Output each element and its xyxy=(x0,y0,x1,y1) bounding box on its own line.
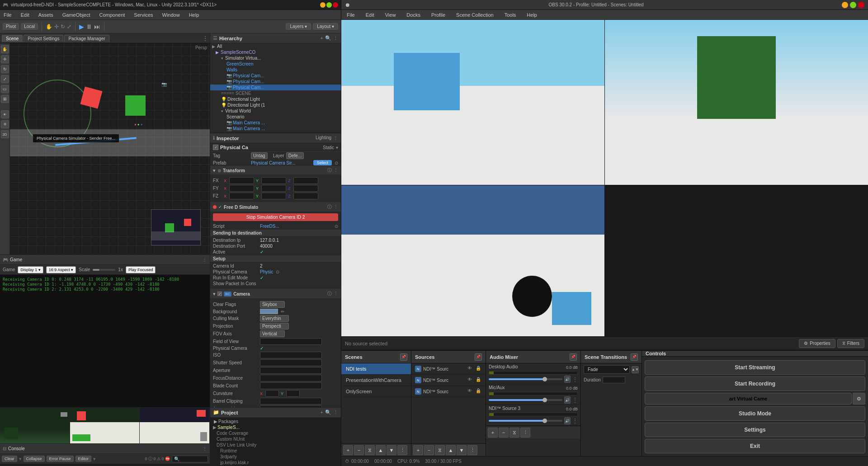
script-target-icon[interactable]: ⊙ xyxy=(335,224,338,229)
hier-scenario[interactable]: Scenario xyxy=(210,114,341,120)
2d-btn[interactable]: 2D xyxy=(1,130,9,138)
rotate-tool-btn[interactable]: ↻ xyxy=(1,65,9,73)
step-button[interactable]: ⏭ xyxy=(94,23,100,30)
console-collapse-btn[interactable]: Collapse xyxy=(24,456,45,462)
camera-comp-header[interactable]: ▾ ✓ BC Camera ⓘ ⋮ xyxy=(210,289,341,298)
obs-menu-docks[interactable]: Docks xyxy=(404,11,423,19)
desktop-kebab-btn[interactable]: ⋮ xyxy=(572,376,578,382)
obs-maximize-btn[interactable] xyxy=(850,2,856,8)
start-streaming-btn[interactable]: Start Streaming xyxy=(645,360,865,375)
iso-input[interactable]: 200 xyxy=(260,352,322,358)
game-panel-menu-icon[interactable]: ⋮ xyxy=(203,257,207,262)
virt-cam-settings-btn[interactable]: ⚙ xyxy=(853,393,865,405)
local-dropdown[interactable]: Local xyxy=(21,23,38,30)
hier-main-cam1[interactable]: 📷 Main Camera ... xyxy=(210,120,341,126)
packages-item[interactable]: ▶ Packages xyxy=(210,419,341,424)
scene-kebab-btn[interactable]: ⋮ xyxy=(397,445,407,455)
fy-y-input[interactable]: 131.42 xyxy=(261,185,286,192)
remove-source-btn[interactable]: − xyxy=(424,445,434,455)
tag-dropdown[interactable]: Untag xyxy=(251,152,268,159)
menu-services[interactable]: Services xyxy=(132,11,155,19)
aspect-dropdown[interactable]: 16:9 Aspect ▾ xyxy=(46,266,76,273)
source-lock-1[interactable]: 🔒 xyxy=(476,377,482,383)
mic-vol-thumb[interactable] xyxy=(542,398,547,402)
game-tab-label[interactable]: Game xyxy=(10,257,22,262)
source-visibility-1[interactable]: 👁 xyxy=(467,377,474,383)
hier-search-icon[interactable]: 🔍 xyxy=(325,35,331,41)
select-btn[interactable]: Select xyxy=(313,160,332,165)
scene-item-1[interactable]: PresentationWithCamera xyxy=(341,375,411,386)
gizmo-btn[interactable]: ⚙ xyxy=(1,120,9,128)
curvature-x-input[interactable]: 2 xyxy=(265,390,279,397)
source-lock-2[interactable]: 🔒 xyxy=(476,388,482,395)
stop-simulation-btn[interactable]: Stop Simulation Camera ID 2 xyxy=(213,213,338,221)
blade-count-input[interactable]: 5 xyxy=(260,382,322,389)
source-item-2[interactable]: N NDI™ Sourc 👁 🔒 xyxy=(411,386,486,397)
audio-filter-btn[interactable]: ⧖ xyxy=(509,428,519,438)
proj-item-jp[interactable]: jp.keijiro.klak.r xyxy=(210,460,341,466)
source-item-0[interactable]: N NDI™ Sourc 👁 🔒 xyxy=(411,363,486,375)
transform-header[interactable]: ▾ ⊕ Transform ⓘ ⋮ xyxy=(210,166,341,174)
ndi-mute-btn[interactable]: 🔊 xyxy=(564,417,571,424)
obs-minimize-btn[interactable] xyxy=(842,2,848,8)
hand-tool-icon[interactable]: ✋ xyxy=(46,24,52,30)
mic-vol-slider[interactable] xyxy=(489,399,562,401)
projection-dropdown[interactable]: Perspecti xyxy=(260,323,289,329)
hier-simulator[interactable]: ▾ Simulator Virtua... xyxy=(210,55,341,61)
physical-cam-checkbox[interactable]: ✓ xyxy=(260,346,264,351)
proj-item-dsv[interactable]: DSV Live Link Unity xyxy=(210,442,341,448)
fov-axis-dropdown[interactable]: Vertical xyxy=(260,330,285,337)
mic-mute-btn[interactable]: 🔊 xyxy=(564,396,571,404)
proj-item-nunit[interactable]: Custom NUnit xyxy=(210,436,341,442)
run-edit-checkbox[interactable]: ✓ xyxy=(260,275,264,280)
scale-tool-btn[interactable]: ⤢ xyxy=(1,75,9,83)
freed-header[interactable]: ✓ Free D Simulato ⓘ ⋮ xyxy=(210,202,341,212)
obs-close-btn[interactable] xyxy=(858,2,864,8)
move-scene-down-btn[interactable]: ▼ xyxy=(387,445,396,455)
rotate-tool-icon[interactable]: ↻ xyxy=(61,24,65,30)
hier-all[interactable]: ▶ All xyxy=(210,43,341,49)
source-lock-0[interactable]: 🔒 xyxy=(476,366,482,372)
color-picker-icon[interactable]: ✏ xyxy=(281,309,284,314)
transform-menu-icon[interactable]: ⋮ xyxy=(334,167,338,174)
hand-tool-btn[interactable]: ✋ xyxy=(1,45,9,53)
proj-item-3rdparty[interactable]: 3rdparty xyxy=(210,454,341,460)
override-icon[interactable]: ⊙ xyxy=(335,160,338,165)
console-clear-btn[interactable]: Clear xyxy=(2,456,17,462)
play-button[interactable]: ▶ xyxy=(79,23,84,30)
scene-filter-btn[interactable]: ⧖ xyxy=(365,445,375,455)
aperture-input[interactable]: 16 xyxy=(260,367,322,374)
clear-flags-dropdown[interactable]: Skybox xyxy=(260,301,285,308)
pause-button[interactable]: ⏸ xyxy=(86,23,92,30)
remove-scene-btn[interactable]: − xyxy=(354,445,364,455)
mic-kebab-btn[interactable]: ⋮ xyxy=(572,397,578,403)
shutter-input[interactable]: 0.005 xyxy=(260,359,322,366)
transition-select[interactable]: Fade xyxy=(584,365,630,374)
layers-dropdown[interactable]: Layers ▾ xyxy=(286,23,311,30)
fx-y-input[interactable]: 0.429t xyxy=(261,177,286,184)
hier-dir-light1[interactable]: 💡 Directional Light xyxy=(210,96,341,102)
tab-package-manager[interactable]: Package Manager xyxy=(64,35,109,42)
console-search-input[interactable] xyxy=(172,456,208,462)
fz-x-input[interactable]: 1 xyxy=(229,193,254,199)
obs-menu-scene-collection[interactable]: Scene Collection xyxy=(453,11,496,19)
play-focused-btn[interactable]: Play Focused xyxy=(126,266,156,273)
sources-pin-icon[interactable]: 📌 xyxy=(475,353,482,361)
hier-phys-cam3[interactable]: 📷 Physical Cam... xyxy=(210,85,341,90)
unity-minimize-btn[interactable] xyxy=(320,2,326,8)
audio-kebab-extra-btn[interactable]: ⋮ xyxy=(520,428,530,438)
display-dropdown[interactable]: Display 1 ▾ xyxy=(18,266,43,273)
transform-info-icon[interactable]: ⓘ xyxy=(327,167,332,174)
unity-close-btn[interactable] xyxy=(333,2,338,8)
source-filter-btn[interactable]: ⧖ xyxy=(435,445,445,455)
menu-window[interactable]: Window xyxy=(160,11,182,19)
tab-project-settings[interactable]: Project Settings xyxy=(24,35,63,42)
tab-scene[interactable]: Scene xyxy=(2,35,23,42)
menu-gameobject[interactable]: GameObject xyxy=(61,11,92,19)
ndi-vol-slider[interactable] xyxy=(489,420,562,422)
duration-input[interactable]: 300 ms xyxy=(603,377,625,383)
source-visibility-2[interactable]: 👁 xyxy=(467,388,474,395)
ndi-vol-thumb[interactable] xyxy=(542,419,547,423)
add-scene-btn[interactable]: + xyxy=(343,445,353,455)
menu-edit[interactable]: Edit xyxy=(19,11,31,19)
